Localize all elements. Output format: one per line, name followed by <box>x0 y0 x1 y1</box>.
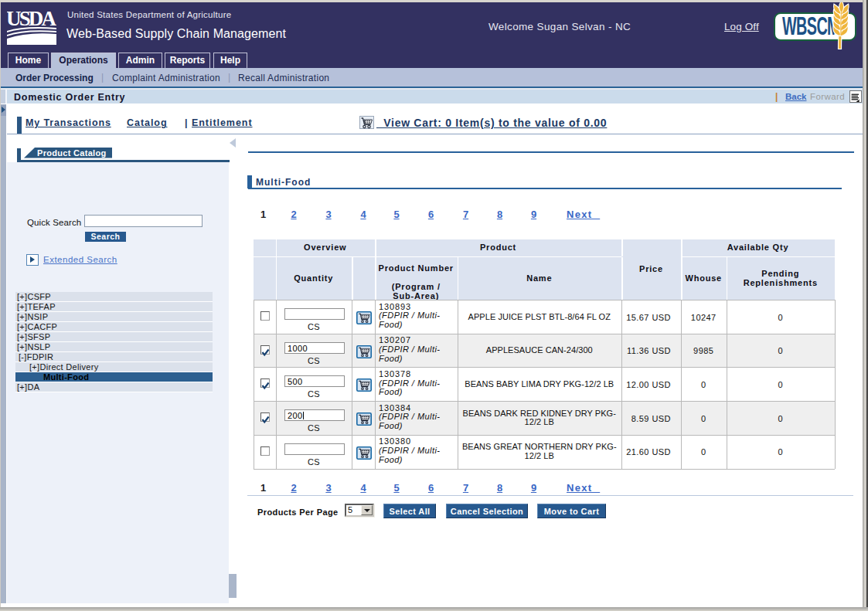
svg-text:USDA: USDA <box>7 9 56 30</box>
